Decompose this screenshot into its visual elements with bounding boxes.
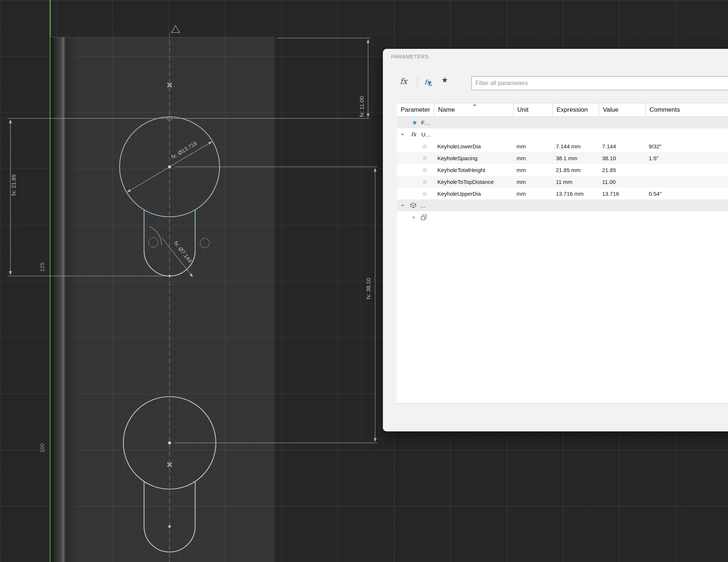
column-header-unit[interactable]: Unit [513,103,552,116]
chevron-right-icon[interactable]: › [411,213,416,221]
chevron-down-icon[interactable]: › [399,132,407,137]
group-row-favorites[interactable]: ★ F… [397,117,728,128]
part-top-edge [51,37,274,38]
parameter-row[interactable]: ☆ KeyholeUpperDia mm 13.716 mm 13.716 0.… [397,188,728,199]
favorite-toggle-icon[interactable]: ☆ [422,178,427,185]
param-name[interactable]: KeyholeToTopDistance [434,179,513,185]
model-cube-icon [410,202,416,208]
param-comments[interactable]: 0.54" [645,191,728,197]
group-label-user-parameters: U… [421,131,431,138]
param-name[interactable]: KeyholeTotalHeight [434,167,513,173]
grid-label-100: 100 [39,443,45,452]
group-row-user-parameters[interactable]: › fx U… [397,128,728,140]
param-comments[interactable]: 1.5" [645,155,728,161]
param-value: 13.716 [599,191,645,197]
param-unit: mm [513,155,552,161]
lower-slot-bottom-point[interactable] [168,525,171,528]
column-header-name-label: Name [438,106,455,114]
dim-label-keyhole-spacing[interactable]: fx: 38.10 [365,278,371,299]
favorite-toggle-icon[interactable]: ☆ [422,143,427,150]
param-value: 21.85 [599,167,645,173]
param-comments[interactable]: 9/32" [645,143,728,149]
fx-user-icon[interactable]: fx [424,78,430,86]
group-label-model: … [420,202,425,209]
y-axis-line-bright [50,0,51,37]
chevron-down-icon[interactable]: › [399,203,407,208]
favorite-toggle-icon[interactable]: ☆ [422,155,427,162]
table-header-row: Parameter Name Unit Expression Value Com… [397,103,728,117]
column-header-value[interactable]: Value [599,103,645,116]
param-unit: mm [513,179,552,185]
toolbar-divider [417,78,417,87]
group-label-favorites: F… [421,120,430,126]
param-name[interactable]: KeyholeLowerDia [434,143,513,149]
param-expression[interactable]: 11 mm [552,179,599,185]
dim-label-keyhole-to-top[interactable]: fx: 11.00 [358,96,365,117]
component-icon [421,214,427,221]
triangle-constraint-icon [171,26,180,33]
param-unit: mm [513,167,552,173]
sort-ascending-icon [473,104,477,106]
y-axis-line [50,0,51,562]
grid-label-125: 125 [39,262,45,272]
parameter-row[interactable]: ☆ KeyholeTotalHeight mm 21.85 mm 21.85 [397,164,728,176]
param-expression[interactable]: 13.716 mm [552,191,599,197]
part-right-edge [274,37,274,562]
column-header-comments[interactable]: Comments [645,103,728,116]
favorite-toggle-icon[interactable]: ☆ [422,190,427,197]
user-badge-icon [428,81,433,86]
param-value: 11.00 [599,179,645,185]
fx-icon[interactable]: fx [400,77,407,86]
column-header-expression[interactable]: Expression [552,103,599,116]
fx-icon: fx [411,131,418,138]
param-unit: mm [513,143,552,149]
param-expression[interactable]: 7.144 mm [552,143,599,149]
parameter-row[interactable]: ☆ KeyholeToTopDistance mm 11 mm 11.00 [397,176,728,188]
param-expression[interactable]: 21.85 mm [552,167,599,173]
param-value: 7.144 [599,143,645,149]
favorites-star-icon: ★ [412,119,417,126]
dialog-title: PARAMETERS [391,54,428,60]
part-edge-shading [51,37,78,562]
parameter-row[interactable]: ☆ KeyholeLowerDia mm 7.144 mm 7.144 9/32… [397,140,728,152]
column-header-name[interactable]: Name [434,103,513,116]
lower-keyhole-center-point[interactable] [168,441,171,444]
dim-label-total-height[interactable]: fx: 21.85 [10,174,17,196]
part-body[interactable] [51,37,274,562]
param-unit: mm [513,191,552,197]
param-name[interactable]: KeyholeUpperDia [434,191,513,197]
group-row-model[interactable]: › … [397,199,728,211]
favorite-toggle-icon[interactable]: ☆ [422,166,427,174]
param-value: 38.10 [599,155,645,161]
filter-parameters-input[interactable] [471,76,728,90]
star-filter-icon[interactable]: ★ [441,75,448,84]
parameters-dialog[interactable]: PARAMETERS fx fx ★ Parameter Name Unit E… [383,49,728,431]
group-row-component[interactable]: › [397,211,728,223]
column-header-parameter[interactable]: Parameter [397,103,434,116]
parameters-table: Parameter Name Unit Expression Value Com… [397,103,728,404]
param-expression[interactable]: 38.1 mm [552,155,599,161]
param-name[interactable]: KeyholeSpacing [434,155,513,161]
parameter-row[interactable]: ☆ KeyholeSpacing mm 38.1 mm 38.10 1.5" [397,152,728,164]
